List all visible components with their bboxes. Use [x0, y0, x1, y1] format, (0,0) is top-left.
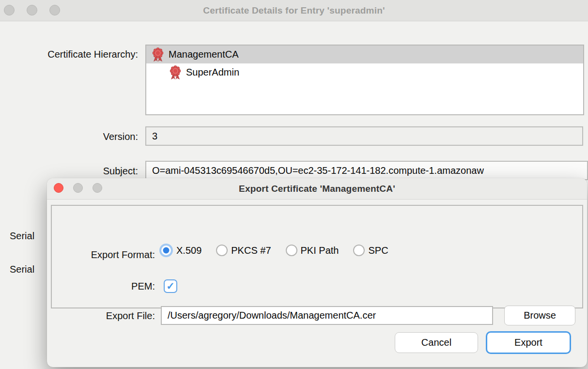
zoom-button[interactable] [93, 183, 102, 193]
pem-checkbox[interactable]: ✓ [164, 279, 177, 293]
radio-label: PKI Path [301, 245, 339, 256]
radio-unselected-icon[interactable] [353, 245, 365, 256]
subject-field[interactable]: O=ami-045313c69546670d5,OU=ec2-35-172-14… [145, 161, 588, 180]
serial-label-partial: Serial [10, 264, 46, 275]
radio-option-pkcs7[interactable]: PKCS #7 [216, 245, 271, 256]
browse-button[interactable]: Browse [504, 306, 575, 325]
export-dialog-titlebar[interactable]: Export Certificate 'ManagementCA' [47, 178, 587, 200]
radio-unselected-icon[interactable] [286, 245, 297, 256]
cancel-button[interactable]: Cancel [395, 332, 478, 353]
radio-option-spc[interactable]: SPC [353, 245, 388, 256]
radio-option-x509[interactable]: X.509 [159, 244, 201, 257]
version-value: 3 [152, 131, 157, 142]
hierarchy-item-label: ManagementCA [169, 49, 239, 60]
certificate-hierarchy-list[interactable]: ManagementCA SuperAdmin [145, 45, 584, 115]
export-format-label: Export Format: [54, 249, 155, 261]
certificate-hierarchy-label: Certificate Hierarchy: [10, 49, 138, 60]
browse-button-label: Browse [524, 310, 556, 321]
zoom-button-inactive[interactable] [49, 5, 60, 15]
close-button[interactable] [54, 183, 63, 193]
close-button-inactive[interactable] [4, 5, 15, 15]
radio-label: PKCS #7 [231, 245, 271, 256]
hierarchy-item-managementca[interactable]: ManagementCA [146, 46, 583, 63]
subject-value: O=ami-045313c69546670d5,OU=ec2-35-172-14… [152, 165, 484, 176]
hierarchy-item-superadmin[interactable]: SuperAdmin [146, 63, 583, 81]
certificate-ribbon-icon [170, 65, 181, 80]
pem-label: PEM: [54, 281, 155, 292]
radio-label: SPC [368, 245, 388, 256]
export-file-value: /Users/agregory/Downloads/ManagementCA.c… [168, 310, 376, 321]
checkmark-icon: ✓ [166, 280, 175, 292]
subject-label: Subject: [10, 166, 138, 177]
radio-selected-icon[interactable] [159, 244, 173, 257]
export-button[interactable]: Export [486, 331, 571, 354]
cancel-button-label: Cancel [421, 337, 451, 348]
serial-label-partial: Serial [10, 231, 46, 242]
radio-label: X.509 [176, 245, 201, 256]
export-certificate-dialog: Export Certificate 'ManagementCA' Export… [47, 178, 587, 367]
export-file-input[interactable]: /Users/agregory/Downloads/ManagementCA.c… [161, 306, 493, 325]
hierarchy-item-label: SuperAdmin [186, 67, 239, 78]
certificate-details-titlebar[interactable]: Certificate Details for Entry 'superadmi… [0, 0, 588, 21]
version-field[interactable]: 3 [145, 126, 583, 146]
export-options-group: Export Format: X.509 PKCS #7 PKI Path SP… [51, 205, 583, 308]
export-file-label: Export File: [54, 310, 155, 322]
minimize-button[interactable] [73, 183, 83, 193]
export-format-radio-group: X.509 PKCS #7 PKI Path SPC [159, 244, 388, 257]
screen: Certificate Details for Entry 'superadmi… [0, 0, 588, 369]
window-title: Certificate Details for Entry 'superadmi… [203, 5, 385, 16]
dialog-title: Export Certificate 'ManagementCA' [239, 184, 395, 194]
radio-option-pki-path[interactable]: PKI Path [286, 245, 339, 256]
certificate-ribbon-icon [152, 47, 164, 62]
export-button-label: Export [514, 337, 542, 348]
minimize-button-inactive[interactable] [27, 5, 37, 15]
radio-unselected-icon[interactable] [216, 245, 228, 256]
version-label: Version: [10, 131, 138, 142]
